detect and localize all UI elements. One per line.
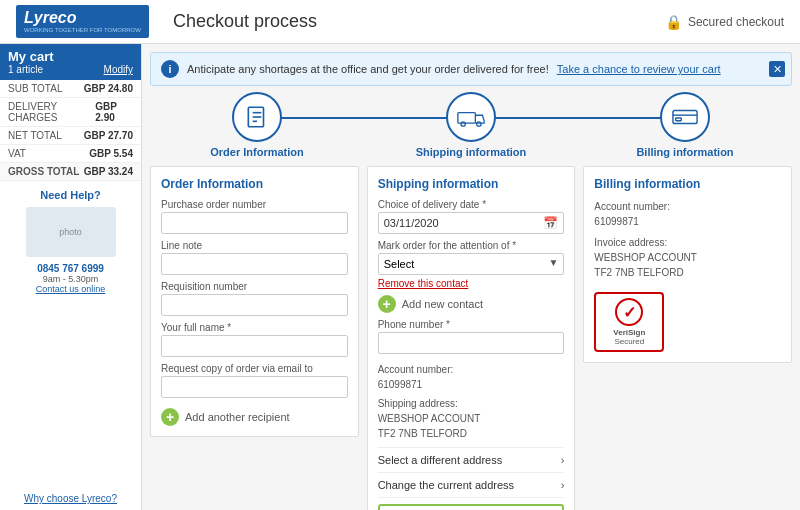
step-circle-shipping <box>446 92 496 142</box>
select-address-option[interactable]: Select a different address › <box>378 447 565 472</box>
sidebar-cart-header: My cart 1 article Modify <box>0 44 141 80</box>
add-contact-btn[interactable]: + Add new contact <box>378 295 565 313</box>
attention-select-wrapper: Select ▼ <box>378 253 565 275</box>
steps-header: Order Information Shipping information <box>150 92 792 158</box>
lock-icon: 🔒 <box>665 14 682 30</box>
delivery-date-value: 03/11/2020 <box>384 217 439 229</box>
order-col: Order Information Purchase order number … <box>150 166 359 437</box>
billing-invoice-address: WEBSHOP ACCOUNT TF2 7NB TELFORD <box>594 252 697 278</box>
attention-select[interactable]: Select <box>378 253 565 275</box>
main-area: My cart 1 article Modify SUB TOTAL GBP 2… <box>0 44 800 510</box>
vat-label: VAT <box>8 148 26 159</box>
line-note-input[interactable] <box>161 253 348 275</box>
modify-link[interactable]: Modify <box>104 64 133 75</box>
step-label-order: Order Information <box>210 146 304 158</box>
help-phone: 0845 767 6999 <box>8 263 133 274</box>
ship-home-box[interactable]: Ship my order to home* * The minimum ord… <box>378 504 565 510</box>
delivery-date-input[interactable]: 03/11/2020 📅 <box>378 212 565 234</box>
cart-row-gross: GROSS TOTAL GBP 33.24 <box>0 163 141 180</box>
add-recipient-label: Add another recipient <box>185 411 290 423</box>
add-contact-icon: + <box>378 295 396 313</box>
email-copy-label: Request copy of order via email to <box>161 363 348 374</box>
logo-sub: WORKING TOGETHER FOR TOMORROW <box>24 27 141 34</box>
shipping-address-value: WEBSHOP ACCOUNT TF2 7NB TELFORD <box>378 413 481 439</box>
purchase-order-label: Purchase order number <box>161 199 348 210</box>
page-title: Checkout process <box>173 11 317 32</box>
help-image: photo <box>26 207 116 257</box>
calendar-icon: 📅 <box>543 216 558 230</box>
svg-rect-9 <box>676 118 682 121</box>
email-copy-input[interactable] <box>161 376 348 398</box>
step-label-billing: Billing information <box>636 146 733 158</box>
select-address-label: Select a different address <box>378 454 503 466</box>
content: i Anticipate any shortages at the office… <box>142 44 800 510</box>
cart-row-vat: VAT GBP 5.54 <box>0 145 141 163</box>
step-billing: Billing information <box>578 92 792 158</box>
purchase-order-input[interactable] <box>161 212 348 234</box>
delivery-value: GBP 2.90 <box>95 101 133 123</box>
shipping-col-title: Shipping information <box>378 177 565 191</box>
logo-box: Lyreco WORKING TOGETHER FOR TOMORROW <box>16 5 149 38</box>
subtotal-value: GBP 24.80 <box>84 83 133 94</box>
step-connector-left-shipping <box>257 117 471 119</box>
svg-point-6 <box>477 122 481 126</box>
order-col-title: Order Information <box>161 177 348 191</box>
billing-account-number: 61099871 <box>594 216 639 227</box>
billing-account-label: Account number: <box>594 201 670 212</box>
verisign-badge: ✓ VeriSign Secured <box>594 292 664 352</box>
banner-text: Anticipate any shortages at the office a… <box>187 63 549 75</box>
add-recipient-icon: + <box>161 408 179 426</box>
attention-label: Mark order for the attention of * <box>378 240 565 251</box>
close-button[interactable]: ✕ <box>769 61 785 77</box>
banner-link[interactable]: Take a chance to review your cart <box>557 63 721 75</box>
gross-value: GBP 33.24 <box>84 166 133 177</box>
fullname-input[interactable] <box>161 335 348 357</box>
shipping-account-number: 61099871 <box>378 379 423 390</box>
phone-input[interactable] <box>378 332 565 354</box>
cart-row-net: NET TOTAL GBP 27.70 <box>0 127 141 145</box>
cart-row-subtotal: SUB TOTAL GBP 24.80 <box>0 80 141 98</box>
logo-area: Lyreco WORKING TOGETHER FOR TOMORROW <box>16 5 149 38</box>
line-note-label: Line note <box>161 240 348 251</box>
cart-rows: SUB TOTAL GBP 24.80 DELIVERY CHARGES GBP… <box>0 80 141 181</box>
requisition-label: Requisition number <box>161 281 348 292</box>
sidebar: My cart 1 article Modify SUB TOTAL GBP 2… <box>0 44 142 510</box>
gross-label: GROSS TOTAL <box>8 166 79 177</box>
secured-label: Secured checkout <box>688 15 784 29</box>
info-banner: i Anticipate any shortages at the office… <box>150 52 792 86</box>
shipping-address-label: Shipping address: <box>378 398 458 409</box>
svg-rect-7 <box>673 111 697 124</box>
change-address-option[interactable]: Change the current address › <box>378 472 565 498</box>
why-lyreco-link[interactable]: Why choose Lyreco? <box>0 487 141 510</box>
contact-online-link[interactable]: Contact us online <box>8 284 133 294</box>
verisign-bottom-text: Secured <box>614 337 644 346</box>
billing-invoice-info: Invoice address: WEBSHOP ACCOUNT TF2 7NB… <box>594 235 781 280</box>
change-address-label: Change the current address <box>378 479 514 491</box>
sidebar-articles-row: 1 article Modify <box>8 64 133 75</box>
step-order: Order Information <box>150 92 364 158</box>
requisition-input[interactable] <box>161 294 348 316</box>
cart-row-delivery: DELIVERY CHARGES GBP 2.90 <box>0 98 141 127</box>
phone-label: Phone number * <box>378 319 565 330</box>
fullname-label: Your full name * <box>161 322 348 333</box>
chevron-right-select: › <box>561 454 565 466</box>
remove-contact-link[interactable]: Remove this contact <box>378 278 565 289</box>
header: Lyreco WORKING TOGETHER FOR TOMORROW Che… <box>0 0 800 44</box>
step-circle-billing <box>660 92 710 142</box>
need-help-title: Need Help? <box>8 189 133 201</box>
sidebar-articles: 1 article <box>8 64 43 75</box>
shipping-account-label: Account number: <box>378 364 454 375</box>
columns: Order Information Purchase order number … <box>150 166 792 510</box>
billing-col: Billing information Account number: 6109… <box>583 166 792 363</box>
net-value: GBP 27.70 <box>84 130 133 141</box>
delivery-date-label: Choice of delivery date * <box>378 199 565 210</box>
svg-point-5 <box>461 122 465 126</box>
step-label-shipping: Shipping information <box>416 146 527 158</box>
billing-account-info: Account number: 61099871 <box>594 199 781 229</box>
step-shipping: Shipping information <box>364 92 578 158</box>
sidebar-help: Need Help? photo 0845 767 6999 9am - 5.3… <box>0 181 141 487</box>
vat-value: GBP 5.54 <box>89 148 133 159</box>
add-recipient-btn[interactable]: + Add another recipient <box>161 408 348 426</box>
verisign-check-icon: ✓ <box>615 298 643 326</box>
subtotal-label: SUB TOTAL <box>8 83 62 94</box>
